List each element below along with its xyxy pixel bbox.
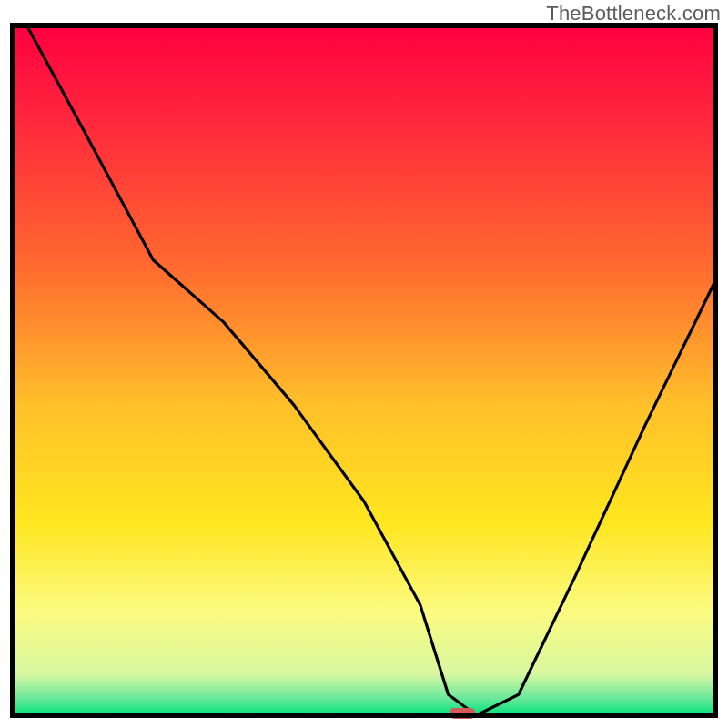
chart-frame: TheBottleneck.com [0,0,728,728]
watermark-text: TheBottleneck.com [546,2,721,25]
bottleneck-chart [0,0,728,728]
plot-area [13,25,715,719]
gradient-background [13,25,715,715]
